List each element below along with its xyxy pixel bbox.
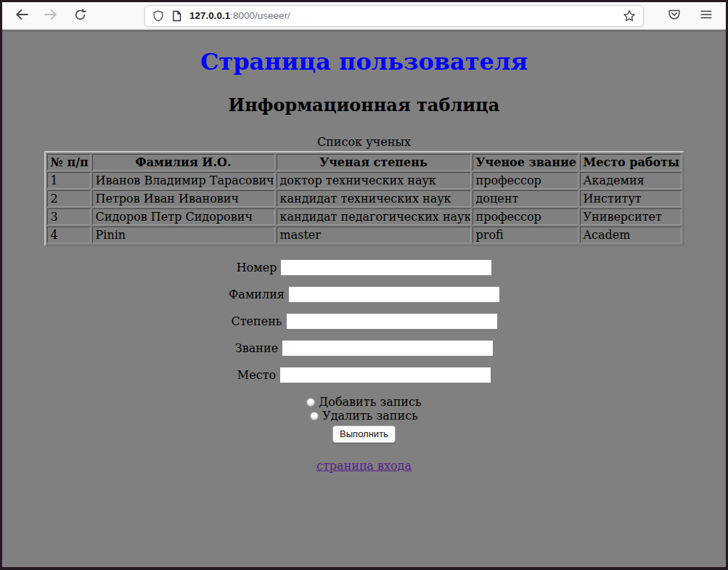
table-cell: доцент bbox=[473, 190, 578, 207]
scientists-table: № п/п Фамилия И.О. Ученая степень Ученое… bbox=[44, 151, 684, 246]
table-cell: 3 bbox=[47, 208, 91, 225]
table-row: 4 Pinin master profi Academ bbox=[47, 227, 682, 243]
table-cell: кандидат технических наук bbox=[277, 190, 471, 207]
back-button[interactable] bbox=[11, 5, 33, 27]
pocket-icon bbox=[668, 8, 681, 23]
add-record-radio[interactable] bbox=[306, 398, 315, 407]
table-cell: кандидат педагогических наук bbox=[277, 208, 471, 225]
table-cell: доктор технических наук bbox=[277, 172, 471, 189]
reload-button[interactable] bbox=[69, 5, 91, 27]
radio-row-add: Добавить запись bbox=[2, 395, 726, 409]
browser-window: 127.0.0.1:8000/useeer/ Страница пользова… bbox=[0, 0, 728, 570]
url-path: :8000/useeer/ bbox=[230, 10, 290, 21]
table-cell: 4 bbox=[47, 227, 91, 243]
table-cell: Академия bbox=[580, 172, 682, 189]
reload-icon bbox=[74, 9, 86, 23]
table-cell: Петров Иван Иванович bbox=[92, 190, 275, 207]
surname-label: Фамилия bbox=[229, 288, 285, 301]
number-input[interactable] bbox=[281, 260, 491, 275]
table-cell: 1 bbox=[47, 172, 91, 189]
page-subtitle: Информационная таблица bbox=[2, 94, 726, 115]
table-cell: Pinin bbox=[92, 227, 275, 243]
rank-label: Звание bbox=[235, 341, 278, 355]
column-header: Ученое звание bbox=[473, 154, 578, 171]
execute-button[interactable]: Выполнить bbox=[332, 426, 396, 443]
bookmark-star-icon[interactable] bbox=[623, 9, 636, 23]
table-cell: профессор bbox=[473, 208, 578, 225]
field-row-degree: Степень bbox=[2, 313, 726, 328]
url-text: 127.0.0.1:8000/useeer/ bbox=[189, 10, 617, 21]
column-header: Ученая степень bbox=[277, 154, 471, 171]
table-cell: Academ bbox=[580, 227, 682, 243]
record-form: Номер Фамилия Степень Звание Место Добав… bbox=[2, 259, 726, 443]
field-row-place: Место bbox=[2, 367, 726, 382]
field-row-rank: Звание bbox=[2, 340, 726, 355]
field-row-number: Номер bbox=[2, 259, 726, 274]
column-header: № п/п bbox=[47, 154, 91, 171]
table-row: 2 Петров Иван Иванович кандидат техничес… bbox=[47, 190, 682, 207]
table-cell: profi bbox=[473, 227, 578, 243]
page-content: Страница пользователя Информационная таб… bbox=[2, 32, 726, 567]
table-cell: Институт bbox=[580, 190, 682, 207]
surname-input[interactable] bbox=[289, 287, 499, 302]
table-cell: профессор bbox=[473, 172, 578, 189]
field-row-surname: Фамилия bbox=[2, 286, 726, 301]
table-cell: Сидоров Петр Сидорович bbox=[92, 208, 275, 225]
url-bar[interactable]: 127.0.0.1:8000/useeer/ bbox=[144, 5, 644, 27]
place-label: Место bbox=[237, 368, 276, 382]
degree-label: Степень bbox=[231, 314, 282, 328]
column-header: Фамилия И.О. bbox=[92, 154, 275, 171]
forward-arrow-icon bbox=[44, 8, 57, 23]
radio-row-delete: Удалить запись bbox=[2, 409, 726, 423]
table-cell: 2 bbox=[47, 190, 91, 207]
menu-button[interactable] bbox=[695, 5, 717, 27]
toolbar-right-buttons bbox=[653, 5, 717, 27]
rank-input[interactable] bbox=[282, 341, 493, 356]
login-page-link[interactable]: страница входа bbox=[316, 459, 412, 473]
table-caption: Список ученых bbox=[2, 135, 726, 149]
place-input[interactable] bbox=[280, 367, 491, 383]
page-title: Страница пользователя bbox=[2, 48, 726, 76]
hamburger-menu-icon bbox=[700, 8, 713, 23]
url-host: 127.0.0.1 bbox=[189, 10, 230, 21]
degree-input[interactable] bbox=[287, 314, 497, 329]
table-cell: master bbox=[277, 227, 471, 243]
column-header: Место работы bbox=[580, 154, 682, 171]
browser-toolbar: 127.0.0.1:8000/useeer/ bbox=[2, 2, 726, 30]
table-row: 1 Иванов Владимир Тарасович доктор техни… bbox=[47, 172, 682, 189]
shield-icon bbox=[152, 10, 164, 22]
table-header-row: № п/п Фамилия И.О. Ученая степень Ученое… bbox=[47, 154, 682, 171]
login-page-link-row: страница входа bbox=[2, 459, 726, 473]
delete-record-label: Удалить запись bbox=[322, 409, 418, 423]
table-cell: Университет bbox=[580, 208, 682, 225]
forward-button[interactable] bbox=[40, 5, 62, 27]
table-row: 3 Сидоров Петр Сидорович кандидат педаго… bbox=[47, 208, 682, 225]
back-arrow-icon bbox=[15, 8, 28, 23]
delete-record-radio[interactable] bbox=[310, 412, 319, 420]
pocket-button[interactable] bbox=[663, 5, 685, 27]
page-icon bbox=[171, 10, 182, 22]
add-record-label: Добавить запись bbox=[319, 395, 421, 409]
table-cell: Иванов Владимир Тарасович bbox=[92, 172, 275, 189]
number-label: Номер bbox=[237, 261, 277, 274]
